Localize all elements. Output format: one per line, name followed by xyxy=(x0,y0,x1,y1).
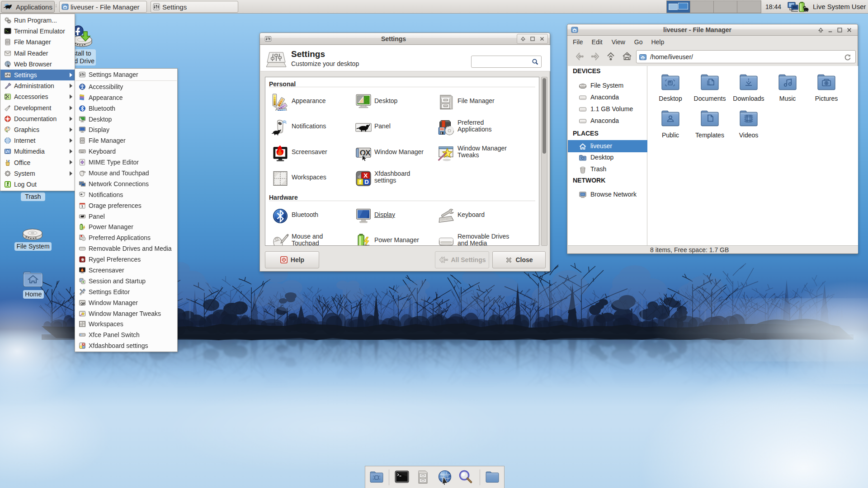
svg-text:X: X xyxy=(363,172,368,179)
svg-text:f: f xyxy=(80,346,81,348)
svg-text:X: X xyxy=(365,148,371,157)
svg-text:1: 1 xyxy=(81,204,84,208)
svg-text:f: f xyxy=(359,178,361,185)
svg-text:D: D xyxy=(364,178,368,185)
svg-text:D: D xyxy=(83,346,85,348)
svg-text:QX: QX xyxy=(80,301,85,305)
